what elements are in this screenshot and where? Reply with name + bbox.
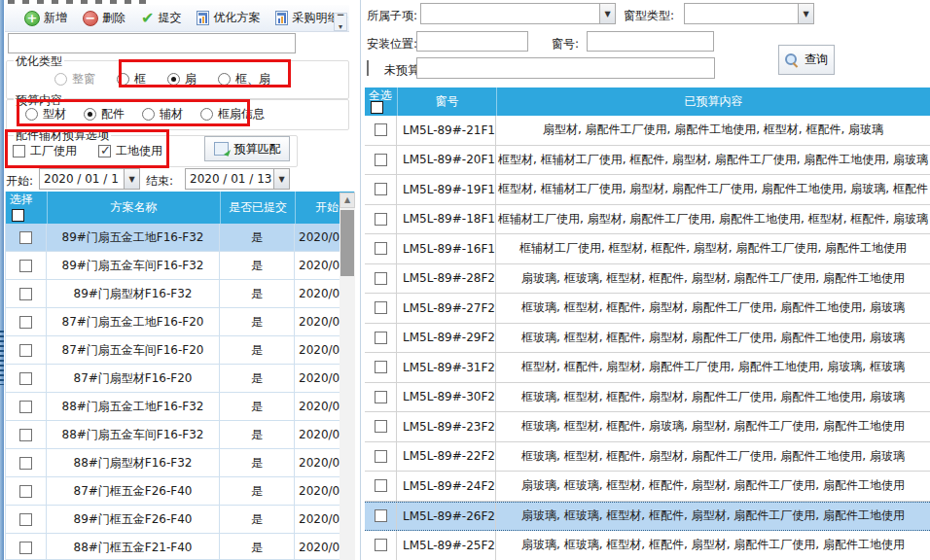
row-checkbox[interactable] <box>375 301 387 314</box>
budget-table-row[interactable]: LM5L-89#-29F27框玻璃, 框型材, 框配件, 扇型材, 扇配件工厂使… <box>365 324 930 354</box>
scheme-header-submitted[interactable]: 是否已提交 <box>220 192 295 224</box>
scheme-table-row[interactable]: 87#门扇型材F16-F20是2020/0 <box>6 365 354 393</box>
window-type-dropdown-icon[interactable]: ▼ <box>798 4 813 23</box>
row-checkbox[interactable] <box>19 316 32 329</box>
budget-table-row[interactable]: LM5L-89#-27F25框玻璃, 框型材, 框配件, 扇型材, 扇配件工厂使… <box>365 294 930 324</box>
budget-table-row[interactable]: LM5L-89#-25F23扇玻璃, 框玻璃, 框型材, 框配件, 扇型材, 扇… <box>365 531 930 560</box>
row-checkbox[interactable] <box>19 542 32 554</box>
radio-optimize-type[interactable]: 整窗 <box>54 71 95 88</box>
row-checkbox[interactable] <box>375 450 387 463</box>
row-checkbox[interactable] <box>375 361 387 373</box>
budget-table-row[interactable]: LM5L-89#-20F18框型材, 框辅材工厂使用, 框配件, 扇型材, 扇配… <box>365 146 930 176</box>
budget-table-row[interactable]: LM5L-89#-16F15框辅材工厂使用, 框型材, 框配件, 扇型材, 扇配… <box>365 234 930 264</box>
budget-header-window-no[interactable]: 窗号 <box>397 88 496 116</box>
select-all-checkbox[interactable] <box>371 101 383 114</box>
no-budget-input[interactable] <box>416 57 715 79</box>
date-end-dropdown-icon[interactable]: ▼ <box>273 169 289 189</box>
query-button[interactable]: 查询 <box>778 45 835 75</box>
select-all-checkbox[interactable] <box>12 209 24 222</box>
row-checkbox[interactable] <box>19 344 32 357</box>
budget-table-row[interactable]: LM5L-89#-21F19扇型材, 扇配件工厂使用, 扇配件工地使用, 框型材… <box>365 116 930 146</box>
scheme-table-row[interactable]: 87#门框五金F26-F40是2020/0 <box>6 477 354 506</box>
scheme-name-cell: 87#门扇五金车间F16-F20 <box>47 336 220 364</box>
window-no-cell: LM5L-89#-18F16 <box>397 205 496 234</box>
row-checkbox[interactable] <box>19 485 32 498</box>
scheme-table-row[interactable]: 88#门扇五金车间F16-F32是2020/0 <box>6 421 354 449</box>
scrollbar-up-icon[interactable]: ▲ <box>340 192 355 208</box>
radio-optimize-type[interactable]: 扇 <box>167 71 197 88</box>
radio-budget-content[interactable]: 辅材 <box>142 106 183 122</box>
row-checkbox[interactable] <box>375 332 387 344</box>
row-checkbox[interactable] <box>375 154 387 166</box>
scheme-table: 选择 方案名称 是否已提交 开始 89#门扇五金工地F16-F32是2020/0… <box>5 192 355 560</box>
checkbox-accessory-option[interactable]: 工厂使用 <box>13 143 77 159</box>
budget-table-row[interactable]: LM5L-89#-23F21框玻璃, 框型材, 框配件, 扇玻璃, 扇型材, 扇… <box>365 412 930 442</box>
install-pos-input[interactable] <box>416 31 528 52</box>
budget-table-row[interactable]: LM5L-89#-19F17框型材, 框辅材工厂使用, 扇型材, 扇配件工厂使用… <box>365 175 930 205</box>
row-checkbox[interactable] <box>375 391 387 403</box>
radio-budget-content[interactable]: 型材 <box>25 106 66 122</box>
scheme-header-name[interactable]: 方案名称 <box>47 192 220 224</box>
window-no-cell: LM5L-89#-24F22 <box>397 472 496 501</box>
scheme-table-row[interactable]: 87#门扇五金工地F16-F20是2020/0 <box>6 308 354 336</box>
row-checkbox[interactable] <box>375 242 387 255</box>
window-type-select[interactable]: ▼ <box>684 3 814 24</box>
row-checkbox[interactable] <box>19 457 32 470</box>
radio-optimize-type[interactable]: 框、扇 <box>218 71 270 88</box>
scheme-table-row[interactable]: 88#门扇五金工地F16-F32是2020/0 <box>6 393 354 421</box>
date-end-picker[interactable]: 2020 / 01 / 13 ▼ <box>185 168 290 190</box>
budget-match-button[interactable]: 预算匹配 <box>204 136 290 161</box>
scheme-table-row[interactable]: 89#门扇型材F16-F32是2020/0 <box>6 280 354 308</box>
row-checkbox[interactable] <box>375 539 387 551</box>
scheme-filter-input[interactable] <box>8 33 296 53</box>
toolbar-button-submit[interactable]: ✔提交 <box>136 8 186 28</box>
scheme-table-row[interactable]: 89#门扇五金车间F16-F32是2020/0 <box>6 252 354 280</box>
row-checkbox[interactable] <box>375 479 387 492</box>
toolbar-button-optimize-plan[interactable]: 优化方案 <box>192 8 265 28</box>
row-checkbox[interactable] <box>19 513 32 526</box>
scheme-table-row[interactable]: 89#门框五金F26-F40是2020/0 <box>6 506 354 534</box>
scrollbar-thumb[interactable] <box>340 210 354 276</box>
budget-table-row[interactable]: LM5L-89#-24F22扇玻璃, 框玻璃, 框型材, 框配件, 扇型材, 扇… <box>365 472 930 502</box>
row-checkbox[interactable] <box>19 401 32 413</box>
left-splitter[interactable] <box>0 0 4 560</box>
radio-budget-content[interactable]: 配件 <box>84 106 125 122</box>
budget-table-row[interactable]: LM5L-89#-28F26扇玻璃, 框玻璃, 框型材, 框配件, 扇型材, 扇… <box>365 264 930 295</box>
budget-table-row[interactable]: LM5L-89#-22F20框玻璃, 框型材, 框配件, 扇型材, 扇配件工厂使… <box>365 442 930 472</box>
sub-item-dropdown-icon[interactable]: ▼ <box>599 4 615 23</box>
toolbar-button-label: 提交 <box>158 10 181 26</box>
date-start-picker[interactable]: 2020 / 01 / 1 ▼ <box>39 168 140 190</box>
row-checkbox[interactable] <box>19 429 32 441</box>
row-checkbox[interactable] <box>375 183 387 195</box>
budget-table-row[interactable]: LM5L-89#-26F24扇玻璃, 框玻璃, 框型材, 框配件, 扇型材, 扇… <box>365 502 930 532</box>
date-start-dropdown-icon[interactable]: ▼ <box>124 169 139 189</box>
row-checkbox[interactable] <box>375 213 387 226</box>
row-checkbox[interactable] <box>375 509 387 522</box>
checkbox-accessory-option[interactable]: 工地使用 <box>98 143 162 159</box>
row-checkbox[interactable] <box>375 420 387 433</box>
radio-budget-content[interactable]: 框扇信息 <box>200 106 265 122</box>
no-budget-checkbox[interactable] <box>367 60 369 76</box>
row-select-cell <box>365 205 397 234</box>
budget-header-content[interactable]: 已预算内容 <box>496 88 930 116</box>
row-checkbox[interactable] <box>19 231 32 244</box>
row-checkbox[interactable] <box>19 288 32 300</box>
row-checkbox[interactable] <box>375 123 387 136</box>
sub-item-select[interactable]: ▼ <box>420 3 616 24</box>
row-checkbox[interactable] <box>19 260 32 272</box>
scheme-table-row[interactable]: 88#门框五金F21-F40是2020/0 <box>6 534 354 560</box>
budget-table-row[interactable]: LM5L-89#-18F16框辅材工厂使用, 扇型材, 扇配件工厂使用, 扇配件… <box>365 205 930 235</box>
budget-table-row[interactable]: LM5L-89#-30F28框玻璃, 框型材, 框配件, 扇型材, 扇配件工厂使… <box>365 383 930 413</box>
budget-table-row[interactable]: LM5L-89#-31F29框型材, 框配件, 扇型材, 扇配件工厂使用, 扇配… <box>365 353 930 383</box>
window-no-input[interactable] <box>587 31 714 52</box>
row-checkbox[interactable] <box>19 372 32 385</box>
scheme-table-row[interactable]: 87#门扇五金车间F16-F20是2020/0 <box>6 336 354 365</box>
scheme-table-scrollbar[interactable]: ▲ <box>340 192 355 560</box>
toolbar-overflow-button[interactable]: ▔▾ <box>334 13 347 31</box>
scheme-table-row[interactable]: 88#门扇型材F16-F32是2020/0 <box>6 449 354 477</box>
radio-optimize-type[interactable]: 框 <box>117 71 146 88</box>
toolbar-button-delete[interactable]: −删除 <box>78 8 130 28</box>
toolbar-button-add[interactable]: +新增 <box>19 8 72 28</box>
scheme-table-row[interactable]: 89#门扇五金工地F16-F32是2020/0 <box>6 224 354 252</box>
row-checkbox[interactable] <box>375 272 387 285</box>
